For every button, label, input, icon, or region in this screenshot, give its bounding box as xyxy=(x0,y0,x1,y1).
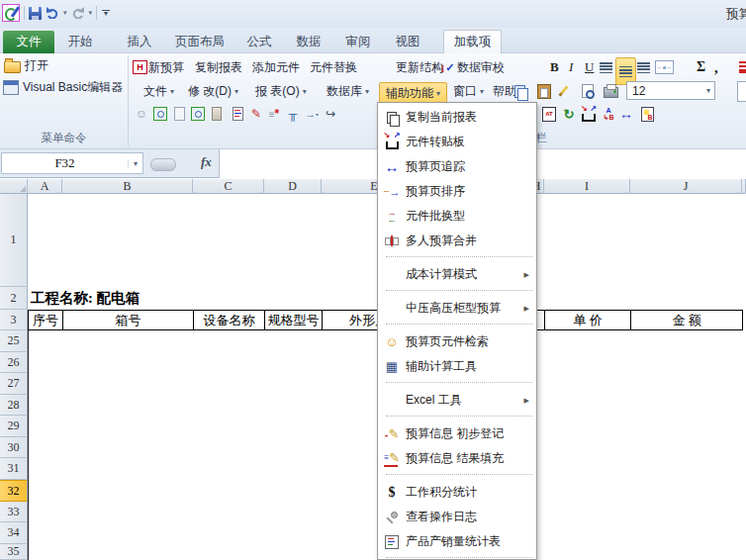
menu-item-product-sales-stats[interactable]: 产品产销量统计表 xyxy=(378,529,536,554)
row-header-26[interactable]: 26 xyxy=(0,352,28,373)
menu-report[interactable]: 报 表(O) xyxy=(255,80,307,102)
table-header-unit-price[interactable]: 单 价 xyxy=(544,310,631,330)
tab-view[interactable]: 视图 xyxy=(387,31,428,53)
undo-icon[interactable] xyxy=(46,7,59,19)
menu-modify[interactable]: 修 改(D) xyxy=(188,80,238,102)
font-size-combo[interactable]: 12 xyxy=(626,81,715,100)
row-header-3[interactable]: 3 xyxy=(0,310,28,330)
row-header-2[interactable]: 2 xyxy=(0,287,28,310)
menu-database[interactable]: 数据库 xyxy=(326,80,369,102)
tab-add-ins[interactable]: 加载项 xyxy=(443,30,502,54)
column-header-c[interactable]: C xyxy=(193,179,264,194)
column-header-i[interactable]: I xyxy=(544,179,630,194)
name-box[interactable]: F32 ▾ xyxy=(1,152,143,174)
document-icon[interactable] xyxy=(170,103,188,125)
refresh-icon[interactable] xyxy=(560,103,578,125)
tab-insert[interactable]: 插入 xyxy=(119,31,160,53)
row-header-33[interactable]: 33 xyxy=(0,502,28,522)
tab-formulas[interactable]: 公式 xyxy=(238,31,280,53)
replace-component-button[interactable]: 元件替换 xyxy=(310,56,357,78)
align-right-icon[interactable] xyxy=(637,56,650,78)
copy-icon[interactable] xyxy=(514,80,525,102)
project-title-cell[interactable]: 工程名称: 配电箱 xyxy=(31,289,140,308)
autotext-doc-icon[interactable] xyxy=(540,103,558,125)
print-icon[interactable] xyxy=(604,80,618,102)
undo-dropdown-icon[interactable]: ▾ xyxy=(63,9,67,17)
menu-aux-functions[interactable]: 辅助功能 xyxy=(379,82,447,104)
menu-item-budget-info-fill[interactable]: 预算信息 结果填充 xyxy=(378,446,536,471)
menu-file[interactable]: 文件 xyxy=(143,80,174,102)
move-row-icon[interactable] xyxy=(303,103,321,125)
menu-item-view-operation-log[interactable]: 查看操作日志 xyxy=(378,505,536,529)
data-check-button[interactable]: 数据审校 xyxy=(457,56,505,78)
row-header-28[interactable]: 28 xyxy=(0,395,28,416)
menu-item-batch-swap-type[interactable]: 元件批换型 xyxy=(378,204,536,229)
format-painter-icon[interactable] xyxy=(562,80,565,102)
column-header-a[interactable]: A xyxy=(28,179,62,194)
export-row-icon[interactable] xyxy=(322,103,339,125)
redo-dropdown-icon[interactable]: ▾ xyxy=(89,9,93,17)
print-preview-icon[interactable] xyxy=(582,80,594,102)
menu-item-copy-current-report[interactable]: 复制当前报表 xyxy=(378,105,536,130)
italic-button[interactable]: I xyxy=(569,56,573,78)
add-component-button[interactable]: 添加元件 xyxy=(252,56,300,78)
bold-button[interactable]: B xyxy=(550,56,559,78)
table-header-spec-model[interactable]: 规格型号 xyxy=(264,310,323,330)
menu-item-budget-info-initial[interactable]: 预算信息 初步登记 xyxy=(378,421,536,446)
arrow-track-icon[interactable] xyxy=(617,103,635,125)
row-header-35[interactable]: 35 xyxy=(0,544,28,560)
copy-doc-icon[interactable] xyxy=(229,103,246,125)
menu-item-component-pasteboard[interactable]: 元件转贴板 xyxy=(378,130,536,154)
ab-swap-icon[interactable] xyxy=(600,103,617,125)
table-header-box-no[interactable]: 箱号 xyxy=(62,310,194,330)
menu-item-component-search[interactable]: 预算页元件检索 xyxy=(378,329,536,354)
autosum-button[interactable]: Σ xyxy=(697,56,705,78)
column-header-j[interactable]: J xyxy=(630,179,742,194)
tab-home[interactable]: 开始 xyxy=(59,31,101,53)
table-header-device-name[interactable]: 设备名称 xyxy=(193,310,265,330)
menu-item-cost-calc-mode[interactable]: 成本计算模式 xyxy=(378,262,536,287)
merge-cells-icon[interactable] xyxy=(655,56,674,78)
row-header-1[interactable]: 1 xyxy=(0,194,28,287)
menu-item-aux-calc-tool[interactable]: 辅助计算工具 xyxy=(378,354,536,379)
tab-data[interactable]: 数据 xyxy=(288,31,329,53)
column-tool-icon[interactable] xyxy=(284,103,302,125)
customize-toolbar-icon[interactable]: ▼ xyxy=(101,10,111,17)
column-header-b[interactable]: B xyxy=(62,179,193,194)
menu-item-work-points-stats[interactable]: 工作积分统计 xyxy=(378,480,536,505)
menu-item-budget-page-sort[interactable]: 预算页排序 xyxy=(378,179,536,204)
name-box-dropdown-icon[interactable]: ▾ xyxy=(128,159,142,168)
copy-report-button[interactable]: 复制报表 xyxy=(195,56,242,78)
underline-button[interactable]: U xyxy=(585,56,594,78)
redo-icon[interactable] xyxy=(71,7,85,19)
menu-item-budget-page-track[interactable]: 预算页追踪 xyxy=(378,154,536,179)
table-header-seq[interactable]: 序号 xyxy=(28,310,63,330)
door-exit-icon[interactable] xyxy=(208,103,226,125)
row-header-30[interactable]: 30 xyxy=(0,437,28,458)
row-header-31[interactable]: 31 xyxy=(0,458,28,480)
row-header-27[interactable]: 27 xyxy=(0,373,28,395)
insert-function-button[interactable]: fx xyxy=(201,154,212,170)
tab-page-layout[interactable]: 页面布局 xyxy=(165,31,234,53)
row-header-25[interactable]: 25 xyxy=(0,330,28,352)
smiley-icon[interactable] xyxy=(133,103,150,125)
update-structure-button[interactable]: 更新结构 xyxy=(396,56,443,78)
paste-icon[interactable] xyxy=(537,80,551,102)
align-left-icon[interactable] xyxy=(600,56,612,78)
zoom-search-icon[interactable] xyxy=(151,103,169,125)
row-header-32-active[interactable]: 32 xyxy=(0,480,28,502)
new-budget-button[interactable]: 新预算 xyxy=(148,56,184,78)
pencil-edit-icon[interactable] xyxy=(247,103,265,125)
comma-style-button[interactable]: , xyxy=(714,56,718,78)
row-header-29[interactable]: 29 xyxy=(0,416,28,437)
row-header-34[interactable]: 34 xyxy=(0,522,28,544)
menu-item-excel-tools[interactable]: Excel 工具 xyxy=(378,388,536,413)
doc-b-icon[interactable] xyxy=(638,103,656,125)
select-all-corner[interactable] xyxy=(0,179,28,194)
tab-review[interactable]: 审阅 xyxy=(337,31,379,53)
column-header-d[interactable]: D xyxy=(264,179,322,194)
zoom-sheet-icon[interactable] xyxy=(189,103,207,125)
menu-item-multi-user-merge[interactable]: 多人预算合并 xyxy=(378,229,536,253)
bucket-transfer-icon[interactable] xyxy=(580,103,598,125)
insert-rows-icon[interactable] xyxy=(265,103,283,125)
